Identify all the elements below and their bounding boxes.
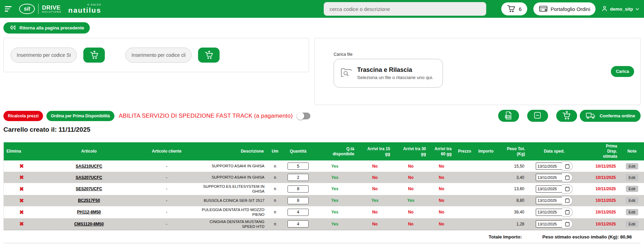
cart-button[interactable]: 6 — [501, 2, 527, 15]
edit-note-button[interactable]: Edit — [626, 197, 638, 204]
article-code-link[interactable]: CMS1120-8M50 — [74, 222, 104, 226]
delete-row-icon[interactable]: ✖ — [19, 209, 24, 215]
first-availability-cell: 10/11/2025 — [581, 206, 620, 218]
quantity-input[interactable] — [288, 185, 309, 193]
totals-bar: Totale Importo: Peso stimato escluso imb… — [3, 230, 641, 243]
amount-cell — [475, 160, 497, 172]
col-um: Um — [267, 142, 284, 160]
first-availability-cell: 10/11/2025 — [581, 218, 620, 230]
edit-note-button[interactable]: Edit — [626, 163, 638, 169]
article-code-link[interactable]: BC2517F50 — [78, 198, 100, 203]
upload-panel: Carica file Trascina e Rilascia Selezion… — [314, 38, 641, 105]
ship-date-input[interactable] — [536, 197, 562, 204]
app-header: sit DRIVE SOLUTIONS E-SALES nautilus 6 — [0, 0, 644, 18]
confirm-order-label: Conferma ordine — [600, 113, 635, 118]
available-cell: Yes — [313, 195, 357, 206]
table-row: ✖ CMS1120-8M50 - CINGHIA DENTATA MUSTANG… — [4, 218, 644, 230]
calendar-icon[interactable] — [562, 196, 573, 205]
back-button-label: Ritorna alla pagina precedente — [19, 25, 84, 30]
amount-cell — [475, 172, 497, 183]
weight-cell: 15,50 — [497, 160, 528, 172]
amount-cell — [475, 206, 497, 218]
search-input[interactable] — [324, 2, 486, 16]
calendar-icon[interactable] — [562, 161, 573, 171]
ship-date-input[interactable] — [536, 209, 562, 216]
file-dropzone[interactable]: Trascina e Rilascia Seleziona un file o … — [334, 59, 443, 88]
add-client-code-button[interactable] — [198, 48, 220, 63]
description-cell: BUSSOLA CONICA SER-SIT 2517 — [195, 195, 267, 206]
delete-row-icon[interactable]: ✖ — [19, 221, 24, 227]
um-cell: n — [267, 183, 284, 195]
client-article-cell: - — [139, 206, 195, 218]
article-code-link[interactable]: SAS207UCFC — [75, 175, 102, 180]
client-article-cell: - — [139, 172, 195, 183]
delete-row-icon[interactable]: ✖ — [19, 186, 24, 192]
available-cell: Yes — [313, 183, 357, 195]
ship-date-input[interactable] — [536, 185, 562, 193]
recalculate-prices-button[interactable]: Ricalcola prezzi — [3, 111, 43, 121]
col-quantita: Quantità — [284, 142, 313, 160]
username: demo_sitp — [610, 6, 633, 12]
calendar-icon[interactable] — [562, 184, 573, 194]
delete-row-icon[interactable]: ✖ — [19, 163, 24, 169]
add-sit-code-button[interactable] — [83, 48, 105, 63]
calendar-icon[interactable] — [562, 219, 573, 229]
edit-note-button[interactable]: Edit — [626, 186, 638, 192]
ship-date-input[interactable] — [536, 162, 562, 170]
client-article-cell: - — [139, 195, 195, 206]
article-code-link[interactable]: PH112-8M50 — [77, 210, 101, 214]
delete-row-icon[interactable]: ✖ — [19, 198, 24, 204]
sit-code-input[interactable] — [11, 48, 77, 63]
edit-note-button[interactable]: Edit — [626, 209, 638, 215]
ship-date-input[interactable] — [536, 174, 562, 181]
client-code-input[interactable] — [125, 48, 192, 63]
empty-cart-button[interactable] — [556, 110, 577, 122]
ship-date-input[interactable] — [536, 220, 562, 228]
delete-row-icon[interactable]: ✖ — [19, 174, 24, 180]
cart-created-title: Carrello creato il: 11/11/2025 — [3, 126, 641, 133]
calendar-icon[interactable] — [562, 208, 573, 217]
col-peso: Peso Tot. (Kg) — [497, 142, 528, 160]
arrival-60-cell: No — [429, 206, 454, 218]
dropzone-title: Trascina e Rilascia — [357, 66, 433, 74]
quantity-input[interactable] — [288, 162, 309, 170]
confirm-order-button[interactable]: Conferma ordine — [580, 110, 641, 122]
col-data-sped: Data sped. — [528, 142, 581, 160]
quantity-input[interactable] — [288, 209, 309, 216]
amount-cell — [475, 183, 497, 195]
calendar-icon[interactable] — [562, 173, 573, 182]
dropzone-subtitle: Seleziona un file o rilasciane uno qui. — [357, 75, 433, 80]
arrival-15-cell: No — [357, 172, 393, 183]
article-code-link[interactable]: SES207UCFC — [76, 186, 102, 191]
arrival-30-cell: Yes — [393, 195, 429, 206]
remove-selected-button[interactable] — [527, 110, 548, 122]
user-menu[interactable]: demo_sitp — [602, 5, 639, 13]
table-row: ✖ PH112-8M50 - PULEGGIA DENTATA HTD MOZZ… — [4, 206, 644, 218]
arrival-60-cell: No — [429, 160, 454, 172]
chevron-down-icon — [635, 6, 639, 12]
edit-note-button[interactable]: Edit — [626, 221, 638, 227]
user-icon — [602, 5, 607, 13]
fast-track-label: ABILITA SERVIZIO DI SPEDIZIONE FAST TRAC… — [119, 113, 293, 119]
upload-button[interactable]: Carica — [611, 66, 634, 77]
quantity-input[interactable] — [288, 220, 309, 228]
export-xls-button[interactable]: XLS — [498, 110, 519, 122]
client-article-cell: - — [139, 183, 195, 195]
edit-note-button[interactable]: Edit — [626, 174, 638, 181]
fast-track-toggle[interactable] — [297, 113, 310, 119]
um-cell: n — [267, 195, 284, 206]
price-cell — [454, 172, 475, 183]
arrival-60-cell: No — [429, 172, 454, 183]
quantity-input[interactable] — [288, 197, 309, 204]
quantity-input[interactable] — [288, 174, 309, 181]
price-cell — [454, 206, 475, 218]
double-back-icon — [9, 25, 16, 31]
menu-icon[interactable] — [5, 6, 13, 12]
article-code-link[interactable]: SAS210UCFC — [75, 164, 102, 169]
available-cell: Yes — [313, 160, 357, 172]
back-button[interactable]: Ritorna alla pagina precedente — [3, 22, 90, 34]
portfolio-orders-button[interactable]: Portafoglio Ordini — [533, 2, 596, 15]
order-by-availability-button[interactable]: Ordina per Prima Disponibilità — [46, 111, 114, 121]
folder-search-icon — [340, 67, 352, 80]
col-arrivi-60: Arrivi tra 60 gg — [429, 142, 454, 160]
